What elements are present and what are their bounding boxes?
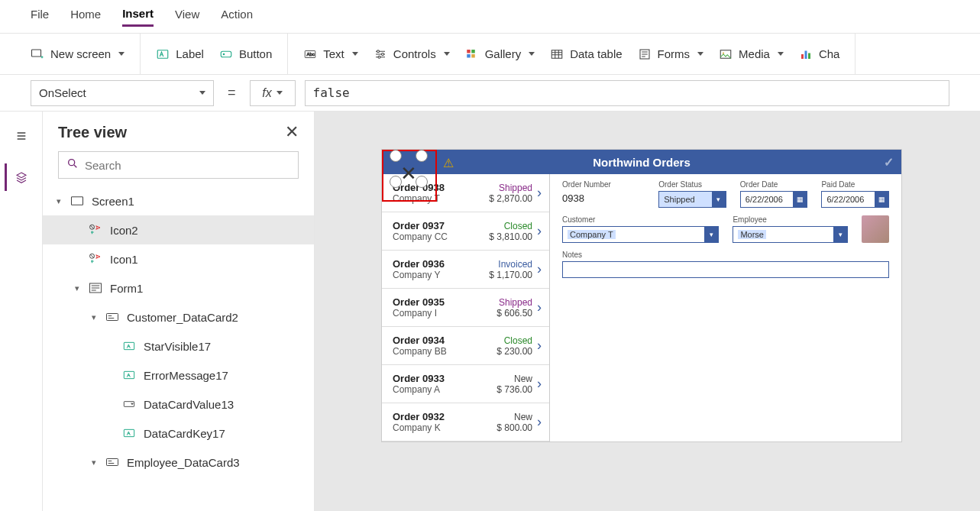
- tree-node-customer-datacard[interactable]: ▾ Customer_DataCard2: [43, 302, 314, 332]
- cancel-icon[interactable]: ✕: [400, 162, 417, 186]
- tree-label: ErrorMessage17: [144, 369, 228, 382]
- order-list-item[interactable]: Order 0936Company YInvoiced$ 1,170.00›: [382, 251, 549, 289]
- charts-button[interactable]: Cha: [799, 47, 840, 61]
- button-icon: [219, 47, 233, 61]
- controls-button[interactable]: Controls: [374, 47, 450, 61]
- tree-node-icon2[interactable]: Icon2: [43, 215, 314, 244]
- order-gallery[interactable]: Order 0938Company TShipped$ 2,870.00›Ord…: [382, 174, 550, 441]
- cancel-send-icon: [87, 253, 104, 265]
- datacard-icon: [104, 457, 121, 467]
- tree-node-icon1[interactable]: Icon1: [43, 244, 314, 273]
- customer-label: Customer: [562, 215, 719, 224]
- order-title: Order 0936: [393, 258, 463, 270]
- tree-label: Customer_DataCard2: [127, 311, 238, 324]
- order-amount: $ 800.00: [463, 422, 533, 433]
- resize-handle[interactable]: [416, 150, 428, 162]
- svg-rect-21: [72, 197, 83, 205]
- search-input[interactable]: [85, 159, 290, 172]
- cancel-send-icon: [87, 224, 104, 236]
- svg-point-7: [381, 53, 383, 55]
- order-amount: $ 1,170.00: [463, 270, 533, 280]
- chevron-down-icon: [199, 91, 205, 95]
- employee-dropdown[interactable]: Morse▾: [733, 226, 848, 243]
- order-status-label: Order Status: [658, 180, 726, 189]
- tree-node-errormessage[interactable]: ErrorMessage17: [43, 361, 314, 390]
- tree-label: DataCardKey17: [144, 427, 225, 440]
- order-list-item[interactable]: Order 0932Company KNew$ 800.00›: [382, 403, 549, 441]
- property-dropdown[interactable]: OnSelect: [31, 80, 214, 106]
- order-status: Shipped: [463, 183, 533, 193]
- warning-icon[interactable]: ⚠: [443, 156, 454, 170]
- screen-plus-icon: [31, 47, 44, 61]
- chevron-right-icon: ›: [537, 299, 542, 315]
- selection-overlay[interactable]: ✕: [382, 150, 437, 202]
- menu-tab-view[interactable]: View: [175, 8, 199, 25]
- tree-label: Icon1: [110, 253, 138, 266]
- expander-icon[interactable]: ▾: [55, 196, 63, 206]
- menu-tabs: File Home Insert View Action: [0, 0, 980, 34]
- media-button[interactable]: Media: [719, 47, 784, 61]
- text-button[interactable]: Abc Text: [303, 47, 358, 61]
- order-list-item[interactable]: Order 0934Company BBClosed$ 230.00›: [382, 327, 549, 365]
- order-list-item[interactable]: Order 0933Company ANew$ 736.00›: [382, 365, 549, 403]
- order-company: Company CC: [393, 231, 463, 242]
- order-list-item[interactable]: Order 0937Company CCClosed$ 3,810.00›: [382, 212, 549, 251]
- chevron-down-icon: [352, 52, 358, 56]
- forms-button[interactable]: Forms: [638, 47, 704, 61]
- tree-node-form1[interactable]: ▾ Form1: [43, 273, 314, 302]
- order-title: Order 0937: [393, 220, 463, 231]
- tree-node-screen1[interactable]: ▾ Screen1: [43, 186, 314, 215]
- tree-label: StarVisible17: [144, 340, 211, 353]
- menu-tab-home[interactable]: Home: [70, 8, 101, 25]
- checkmark-icon[interactable]: ✓: [884, 155, 894, 170]
- search-box[interactable]: [58, 151, 299, 179]
- tree-scroll[interactable]: ▾ Screen1 Icon2 Icon1 ▾ Form1 ▾: [43, 186, 314, 511]
- customer-dropdown[interactable]: Company T▾: [562, 226, 719, 243]
- form-icon: [87, 282, 104, 294]
- chevron-down-icon: [697, 52, 703, 56]
- order-company: Company A: [393, 384, 463, 395]
- tree-node-datacardkey[interactable]: DataCardKey17: [43, 419, 314, 448]
- notes-input[interactable]: [562, 261, 889, 278]
- resize-handle[interactable]: [416, 176, 428, 188]
- button-button[interactable]: Button: [219, 47, 272, 61]
- label-button[interactable]: Label: [156, 47, 204, 61]
- order-status-dropdown[interactable]: Shipped▾: [658, 191, 726, 208]
- order-status: Closed: [463, 335, 533, 346]
- fx-button[interactable]: fx: [250, 80, 296, 106]
- expander-icon[interactable]: ▾: [90, 458, 98, 467]
- data-table-button[interactable]: Data table: [550, 47, 622, 61]
- gallery-button[interactable]: Gallery: [465, 47, 535, 61]
- tree-label: Screen1: [92, 195, 134, 208]
- menu-tab-file[interactable]: File: [31, 8, 49, 25]
- resize-handle[interactable]: [390, 150, 402, 162]
- tree-node-datacardvalue[interactable]: DataCardValue13: [43, 390, 314, 419]
- close-icon[interactable]: ✕: [285, 122, 299, 142]
- gallery-label: Gallery: [485, 47, 522, 60]
- svg-point-8: [378, 56, 380, 58]
- formula-input[interactable]: [305, 80, 949, 106]
- order-date-picker[interactable]: 6/22/2006▦: [740, 191, 808, 208]
- tree-node-employee-datacard[interactable]: ▾ Employee_DataCard3: [43, 448, 314, 477]
- order-list-item[interactable]: Order 0935Company IShipped$ 606.50›: [382, 289, 549, 327]
- menu-tab-insert[interactable]: Insert: [122, 7, 154, 27]
- order-company: Company I: [393, 308, 463, 319]
- rail-tree-view[interactable]: [5, 163, 35, 191]
- menu-tab-action[interactable]: Action: [221, 8, 253, 25]
- order-number-value: 0938: [562, 191, 645, 204]
- screen-icon: [69, 196, 86, 206]
- canvas[interactable]: Northwind Orders ✓ ✕ ⚠ Order 0938Company…: [315, 112, 980, 511]
- chevron-down-icon: ▾: [712, 192, 726, 207]
- tree-node-starvisible[interactable]: StarVisible17: [43, 332, 314, 361]
- app-preview[interactable]: Northwind Orders ✓ ✕ ⚠ Order 0938Company…: [382, 150, 901, 441]
- new-screen-button[interactable]: New screen: [31, 47, 125, 61]
- expander-icon[interactable]: ▾: [90, 312, 98, 322]
- chevron-down-icon: [529, 52, 535, 56]
- data-table-icon: [550, 47, 564, 61]
- svg-rect-13: [551, 50, 562, 58]
- expander-icon[interactable]: ▾: [73, 283, 81, 293]
- rail-hamburger[interactable]: [6, 122, 37, 150]
- ribbon: New screen Label Button Abc Text Control…: [0, 34, 980, 75]
- paid-date-picker[interactable]: 6/22/2006▦: [821, 191, 889, 208]
- order-status: New: [463, 412, 533, 422]
